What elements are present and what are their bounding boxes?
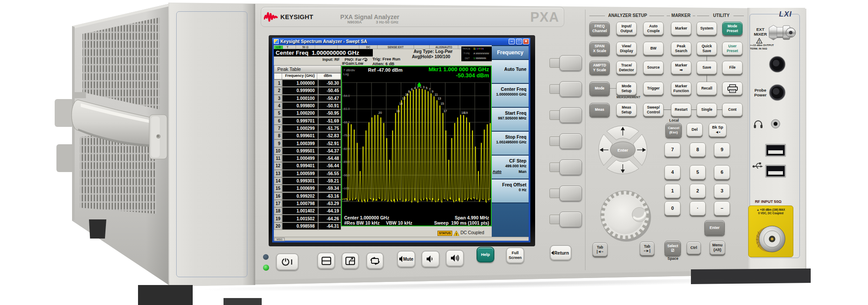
- svg-text:12: 12: [402, 97, 406, 100]
- svg-text:-89.0: -89.0: [343, 160, 350, 163]
- svg-text:11: 11: [435, 93, 438, 96]
- svg-text:17: 17: [444, 109, 447, 113]
- svg-text:Return: Return: [554, 250, 569, 255]
- svg-text:5: 5: [426, 86, 427, 90]
- svg-text:19: 19: [464, 111, 468, 114]
- svg-text:13: 13: [437, 97, 441, 100]
- svg-text:9: 9: [432, 90, 434, 93]
- svg-text:20: 20: [378, 111, 382, 114]
- svg-text:!: !: [759, 39, 760, 43]
- svg-text:10: 10: [405, 93, 408, 96]
- svg-text:-82.0: -82.0: [343, 147, 350, 150]
- svg-text:Mute: Mute: [403, 257, 414, 262]
- svg-text:-75.0: -75.0: [343, 134, 350, 137]
- svg-text:15: 15: [441, 102, 444, 105]
- svg-text:6: 6: [411, 88, 413, 91]
- svg-text:4: 4: [414, 86, 416, 90]
- svg-text:-103: -103: [343, 187, 349, 190]
- svg-text:-61.0: -61.0: [343, 107, 350, 110]
- svg-text:!: !: [456, 232, 457, 236]
- svg-text:7: 7: [429, 88, 431, 91]
- svg-text:-68.0: -68.0: [343, 121, 350, 124]
- svg-text:Enter: Enter: [618, 148, 628, 152]
- svg-text:-96.0: -96.0: [343, 174, 350, 177]
- svg-text:3: 3: [423, 86, 424, 89]
- svg-text:-110: -110: [343, 199, 349, 202]
- svg-text:14: 14: [399, 102, 403, 105]
- svg-text:16: 16: [396, 109, 400, 113]
- svg-text:-54.0: -54.0: [343, 94, 350, 97]
